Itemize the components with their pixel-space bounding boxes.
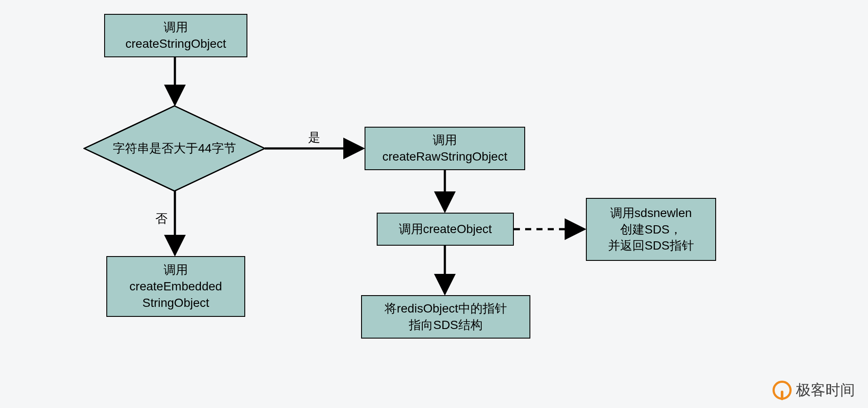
label-no: 否 [155, 211, 168, 227]
node-embedded-line2: createEmbedded [129, 278, 222, 295]
watermark: 极客时间 [773, 380, 855, 400]
watermark-logo-icon [773, 381, 792, 400]
arrow-layer: sdsnew (dashed) --> [0, 0, 868, 408]
node-createobj: 调用createObject [377, 213, 514, 246]
node-raw-line1: 调用 [433, 132, 457, 148]
node-decision-text: 字符串是否大于44字节 [113, 140, 236, 157]
node-pointer-line1: 将redisObject中的指针 [385, 300, 507, 317]
node-embedded-line1: 调用 [164, 262, 188, 278]
node-sdsnew-line2: 创建SDS， [620, 221, 682, 238]
label-yes: 是 [308, 129, 320, 146]
node-pointer-line2: 指向SDS结构 [409, 317, 483, 333]
node-embedded: 调用 createEmbedded StringObject [106, 256, 245, 317]
node-embedded-line3: StringObject [142, 295, 209, 311]
node-decision: 字符串是否大于44字节 [83, 105, 266, 192]
node-createobj-text: 调用createObject [399, 221, 492, 237]
node-start: 调用 createStringObject [104, 14, 247, 57]
node-raw: 调用 createRawStringObject [365, 127, 525, 170]
node-start-line2: createStringObject [125, 36, 226, 52]
watermark-text: 极客时间 [796, 380, 855, 400]
node-sdsnew-line1: 调用sdsnewlen [610, 205, 692, 221]
node-raw-line2: createRawStringObject [382, 148, 507, 165]
node-pointer: 将redisObject中的指针 指向SDS结构 [361, 295, 530, 339]
node-start-line1: 调用 [164, 19, 188, 36]
node-sdsnew-line3: 并返回SDS指针 [608, 237, 694, 254]
node-sdsnew: 调用sdsnewlen 创建SDS， 并返回SDS指针 [586, 198, 716, 261]
